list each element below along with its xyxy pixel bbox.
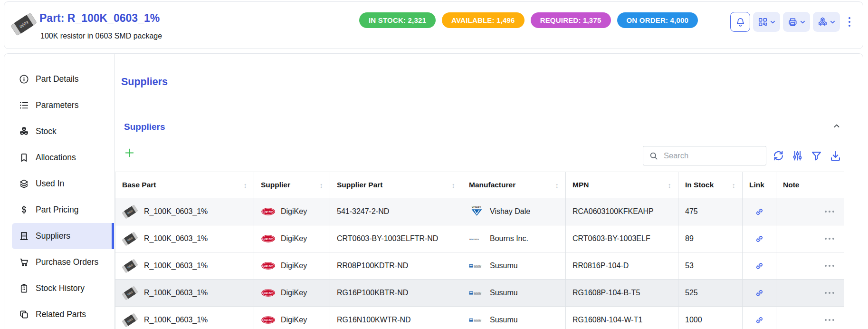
external-link-icon[interactable] — [754, 261, 764, 271]
external-link-icon[interactable] — [754, 315, 764, 325]
supplier-cell[interactable]: DigiKey — [254, 307, 330, 329]
part-thumbnail[interactable] — [11, 12, 37, 36]
stock-actions-button[interactable] — [813, 12, 840, 32]
column-header-supplier-part[interactable]: Supplier Part↕ — [330, 172, 462, 198]
suppliers-section-title: Suppliers — [124, 122, 165, 132]
supplier-cell[interactable]: DigiKey — [254, 252, 330, 279]
download-button[interactable] — [829, 149, 842, 162]
manufacturer-cell[interactable]: Susumu — [462, 252, 566, 279]
external-link-icon[interactable] — [754, 207, 764, 217]
column-header-in-stock[interactable]: In Stock↕ — [678, 172, 743, 198]
available-badge: AVAILABLE: 1,496 — [442, 12, 525, 28]
link-cell[interactable] — [743, 252, 776, 279]
row-menu-icon[interactable] — [825, 319, 835, 321]
supplier-part-cell[interactable]: RG16P100KBTR-ND — [330, 280, 462, 306]
table-row[interactable]: R_100K_0603_1% DigiKey RG16P100KBTR-ND S… — [115, 279, 844, 306]
sidebar-item-stock[interactable]: Stock — [12, 118, 114, 145]
row-menu-icon[interactable] — [825, 238, 835, 240]
table-row[interactable]: R_100K_0603_1% DigiKey RG16N100KWTR-ND S… — [115, 306, 844, 329]
table-row[interactable]: R_100K_0603_1% DigiKey CRT0603-BY-1003EL… — [115, 225, 844, 252]
row-menu-icon[interactable] — [825, 265, 835, 267]
sidebar-item-part-pricing[interactable]: Part Pricing — [12, 197, 114, 223]
part-detail-panel: Part Details Parameters Stock Allocation… — [4, 53, 863, 329]
base-part-cell[interactable]: R_100K_0603_1% — [115, 225, 254, 252]
row-actions-cell[interactable] — [815, 252, 844, 279]
barcode-actions-button[interactable] — [753, 12, 780, 32]
mpn-cell: RR0816P-104-D — [566, 252, 678, 279]
on-order-badge: ON ORDER: 4,000 — [617, 12, 698, 28]
columns-button[interactable] — [791, 149, 804, 162]
row-actions-cell[interactable] — [815, 198, 844, 225]
base-part-cell[interactable]: R_100K_0603_1% — [115, 252, 254, 279]
table-row[interactable]: R_100K_0603_1% DigiKey RR08P100KDTR-ND S… — [115, 252, 844, 279]
manufacturer-cell[interactable]: Susumu — [462, 307, 566, 329]
manufacturer-cell[interactable]: Bourns Inc. — [462, 225, 566, 252]
sidebar-item-related-parts[interactable]: Related Parts — [12, 301, 114, 328]
part-header: Part: R_100K_0603_1% 100K resistor in 06… — [4, 1, 863, 49]
manufacturer-cell[interactable]: Vishay Dale — [462, 198, 566, 225]
row-menu-icon[interactable] — [825, 292, 835, 294]
printer-icon — [787, 17, 798, 28]
refresh-button[interactable] — [772, 149, 785, 162]
row-actions-cell[interactable] — [815, 307, 844, 329]
sort-icon[interactable]: ↕ — [316, 181, 324, 189]
column-header-base-part[interactable]: Base Part↕ — [115, 172, 254, 198]
sidebar-item-allocations[interactable]: Allocations — [12, 145, 114, 171]
base-part-cell[interactable]: R_100K_0603_1% — [115, 198, 254, 225]
more-options-button[interactable] — [843, 12, 856, 32]
notifications-button[interactable] — [730, 12, 750, 32]
row-actions-cell[interactable] — [815, 225, 844, 252]
mpn-cell: RG1608P-104-B-T5 — [566, 280, 678, 306]
sidebar-item-parameters[interactable]: Parameters — [12, 92, 114, 118]
susumu-logo — [469, 314, 485, 327]
mpn-cell: CRT0603-BY-1003ELF — [566, 225, 678, 252]
sort-icon[interactable]: ↕ — [552, 181, 559, 189]
supplier-cell[interactable]: DigiKey — [254, 198, 330, 225]
supplier-part-cell[interactable]: RR08P100KDTR-ND — [330, 252, 462, 279]
required-badge: REQUIRED: 1,375 — [531, 12, 611, 28]
add-supplier-button[interactable] — [122, 146, 136, 161]
column-header-mpn[interactable]: MPN↕ — [566, 172, 678, 198]
sidebar-item-label: Suppliers — [36, 231, 70, 241]
sort-icon[interactable]: ↕ — [728, 181, 736, 189]
note-cell — [776, 280, 815, 306]
manufacturer-cell[interactable]: Susumu — [462, 280, 566, 306]
info-circle-icon — [19, 74, 29, 85]
list-icon — [19, 100, 29, 111]
sidebar-item-part-details[interactable]: Part Details — [12, 66, 114, 92]
row-menu-icon[interactable] — [825, 211, 835, 213]
external-link-icon[interactable] — [754, 288, 764, 298]
link-cell[interactable] — [743, 225, 776, 252]
sidebar-item-purchase-orders[interactable]: Purchase Orders — [12, 249, 114, 275]
stock-badges: IN STOCK: 2,321 AVAILABLE: 1,496 REQUIRE… — [359, 12, 698, 28]
print-actions-button[interactable] — [783, 12, 810, 32]
column-header-supplier[interactable]: Supplier↕ — [254, 172, 330, 198]
link-cell[interactable] — [743, 198, 776, 225]
link-cell[interactable] — [743, 307, 776, 329]
in-stock-cell: 53 — [678, 252, 743, 279]
filter-button[interactable] — [810, 149, 823, 162]
sort-icon[interactable]: ↕ — [240, 181, 248, 189]
in-stock-cell: 1000 — [678, 307, 743, 329]
collapse-section-button[interactable] — [830, 120, 843, 133]
sidebar-item-stock-history[interactable]: Stock History — [12, 275, 114, 301]
column-header-actions — [815, 172, 844, 198]
column-header-manufacturer[interactable]: Manufacturer↕ — [462, 172, 566, 198]
supplier-part-cell[interactable]: CRT0603-BY-1003ELFTR-ND — [330, 225, 462, 252]
external-link-icon[interactable] — [754, 234, 764, 244]
base-part-cell[interactable]: R_100K_0603_1% — [115, 307, 254, 329]
link-cell[interactable] — [743, 280, 776, 306]
sort-icon[interactable]: ↕ — [664, 181, 672, 189]
base-part-cell[interactable]: R_100K_0603_1% — [115, 280, 254, 306]
table-row[interactable]: R_100K_0603_1% DigiKey 541-3247-2-ND Vis… — [115, 198, 844, 225]
supplier-cell[interactable]: DigiKey — [254, 280, 330, 306]
part-thumbnail — [122, 313, 138, 328]
sidebar-item-used-in[interactable]: Used In — [12, 171, 114, 197]
sort-icon[interactable]: ↕ — [448, 181, 456, 189]
supplier-part-cell[interactable]: 541-3247-2-ND — [330, 198, 462, 225]
supplier-cell[interactable]: DigiKey — [254, 225, 330, 252]
supplier-part-cell[interactable]: RG16N100KWTR-ND — [330, 307, 462, 329]
row-actions-cell[interactable] — [815, 280, 844, 306]
sidebar-item-suppliers[interactable]: Suppliers — [12, 223, 114, 249]
search-input[interactable] — [663, 151, 766, 161]
